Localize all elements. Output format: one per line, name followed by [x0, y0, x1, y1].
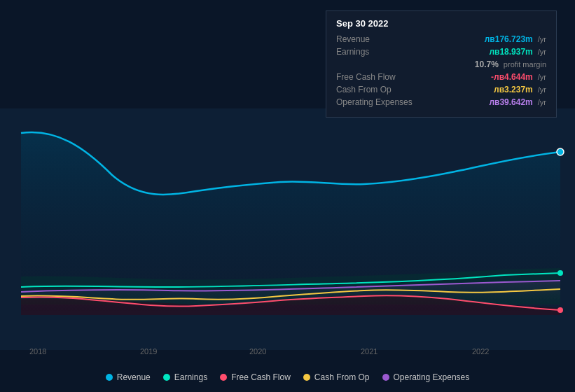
- tooltip-value-1: лв18.937m: [489, 47, 532, 57]
- x-label-2019: 2019: [140, 347, 157, 356]
- tooltip-row-1: Earningsлв18.937m/yr: [336, 47, 546, 57]
- x-label-2018: 2018: [29, 347, 46, 356]
- legend-item-operating-expenses[interactable]: Operating Expenses: [382, 372, 470, 382]
- chart-svg: [0, 108, 575, 350]
- legend-dot-3: [303, 374, 310, 381]
- tooltip-row-2: 10.7%profit margin: [336, 59, 546, 69]
- tooltip-unit-4: /yr: [538, 85, 546, 94]
- tooltip-value-0: лв176.723m: [485, 34, 533, 44]
- tooltip-label-0: Revenue: [336, 34, 413, 44]
- tooltip-row-5: Operating Expensesлв39.642m/yr: [336, 97, 546, 107]
- x-label-2021: 2021: [361, 347, 377, 356]
- legend-item-cash-from-op[interactable]: Cash From Op: [303, 372, 370, 382]
- x-label-2020: 2020: [249, 347, 266, 356]
- legend-label-3: Cash From Op: [314, 372, 370, 382]
- legend-item-earnings[interactable]: Earnings: [163, 372, 207, 382]
- legend-dot-4: [382, 374, 389, 381]
- tooltip-label-4: Cash From Op: [336, 85, 413, 94]
- legend-label-1: Earnings: [174, 372, 207, 382]
- legend-label-2: Free Cash Flow: [231, 372, 291, 382]
- tooltip-unit-1: /yr: [538, 48, 546, 56]
- legend-dot-0: [106, 374, 113, 381]
- tooltip-value-4: лв3.237m: [494, 85, 533, 94]
- tooltip-date: Sep 30 2022: [336, 18, 546, 29]
- tooltip-value-2: 10.7%: [475, 59, 499, 69]
- legend-dot-1: [163, 374, 170, 381]
- tooltip-unit-3: /yr: [538, 73, 546, 81]
- tooltip-unit-2: profit margin: [504, 60, 546, 69]
- legend-item-revenue[interactable]: Revenue: [106, 372, 151, 382]
- tooltip-label-3: Free Cash Flow: [336, 72, 413, 82]
- tooltip-unit-0: /yr: [538, 35, 546, 43]
- tooltip-unit-5: /yr: [538, 98, 546, 106]
- legend-dot-2: [220, 374, 227, 381]
- tooltip-label-5: Operating Expenses: [336, 97, 413, 107]
- svg-point-2: [557, 270, 563, 276]
- tooltip-value-3: -лв4.644m: [491, 72, 533, 82]
- tooltip-box: Sep 30 2022 Revenueлв176.723m/yrEarnings…: [326, 10, 557, 118]
- svg-point-1: [557, 148, 564, 155]
- legend-item-free-cash-flow[interactable]: Free Cash Flow: [220, 372, 291, 382]
- tooltip-label-1: Earnings: [336, 47, 413, 57]
- tooltip-value-5: лв39.642m: [489, 97, 532, 107]
- legend-label-0: Revenue: [117, 372, 151, 382]
- legend: RevenueEarningsFree Cash FlowCash From O…: [0, 372, 575, 382]
- svg-point-3: [557, 307, 563, 313]
- chart-container: Sep 30 2022 Revenueлв176.723m/yrEarnings…: [0, 0, 575, 392]
- legend-label-4: Operating Expenses: [394, 372, 470, 382]
- x-label-2022: 2022: [472, 347, 489, 356]
- tooltip-row-3: Free Cash Flow-лв4.644m/yr: [336, 72, 546, 82]
- tooltip-row-4: Cash From Opлв3.237m/yr: [336, 85, 546, 94]
- tooltip-row-0: Revenueлв176.723m/yr: [336, 34, 546, 44]
